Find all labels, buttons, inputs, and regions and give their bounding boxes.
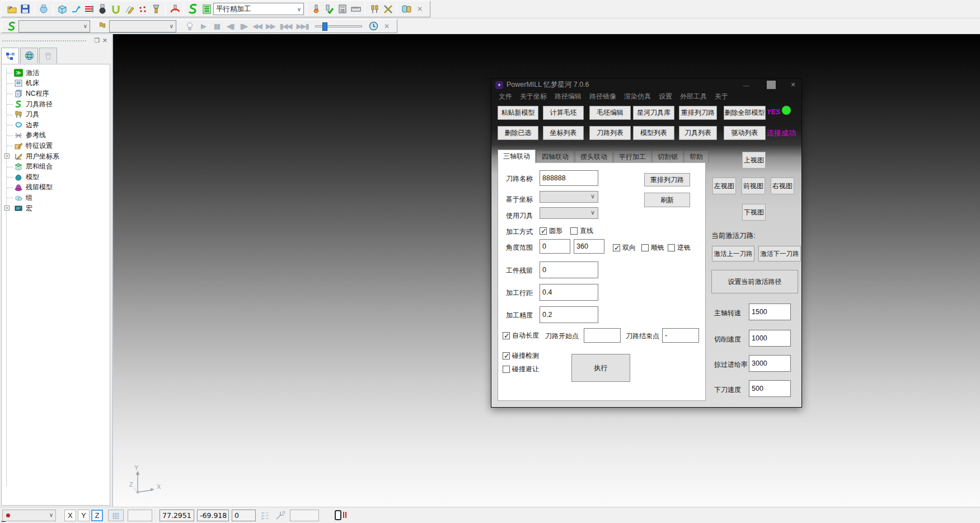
view-left-button[interactable]: 左视图 <box>712 178 736 194</box>
tree-item-models[interactable]: 模型 <box>3 172 110 183</box>
stock-models-icon[interactable] <box>400 2 413 16</box>
rearrange-toolpath-button[interactable]: 重排列刀路 <box>679 106 717 120</box>
measure-icon[interactable] <box>349 2 363 16</box>
tab-model-tree[interactable] <box>1 48 19 64</box>
start-point-input[interactable] <box>584 328 621 343</box>
sim-toolpath-combo[interactable]: ∨ <box>18 20 90 32</box>
tree-item-feature-sets[interactable]: 特征设置 <box>3 141 110 151</box>
model-list-button[interactable]: 模型列表 <box>633 126 674 140</box>
tree-item-stock-models[interactable]: 残留模型 <box>3 183 110 193</box>
sim-close-icon[interactable]: ✕ <box>380 20 393 33</box>
menu-render-sim[interactable]: 渲染仿真 <box>620 92 655 101</box>
tree-item-workplanes[interactable]: + 用户坐标系 <box>3 151 110 162</box>
calc-stock-button[interactable]: 计算毛坯 <box>543 106 584 120</box>
coord-y-field[interactable]: -69.918 <box>197 510 229 521</box>
step-back-icon[interactable]: ◀▮ <box>223 20 237 33</box>
menu-external-tools[interactable]: 外部工具 <box>676 92 711 101</box>
strategy-combo[interactable]: 平行精加工 ∨ <box>213 3 304 15</box>
sim-tool-combo[interactable]: ∨ <box>109 20 176 32</box>
menu-about-coords[interactable]: 关于坐标 <box>516 92 551 101</box>
toolpath-connections-icon[interactable] <box>69 2 82 16</box>
collision-avoid-checkbox[interactable]: 碰撞避让 <box>503 365 539 374</box>
go-start-icon[interactable]: ▮◀◀ <box>277 20 294 33</box>
tab-swivel-head[interactable]: 摆头联动 <box>575 151 613 163</box>
expand-icon[interactable]: + <box>4 153 10 158</box>
workplane-combo[interactable]: ∨ <box>2 510 56 521</box>
panel-float-icon[interactable]: ❐ <box>94 37 100 44</box>
menu-settings[interactable]: 设置 <box>655 92 676 101</box>
create-block-icon[interactable] <box>55 2 69 16</box>
climb-mill-checkbox[interactable]: 顺铣 <box>641 243 664 253</box>
plot-blob-icon[interactable] <box>37 2 50 16</box>
stock-remain-input[interactable] <box>540 262 598 278</box>
sim-speed-slider[interactable] <box>315 25 362 27</box>
maximize-icon[interactable] <box>767 81 776 89</box>
pattern-lines-icon[interactable] <box>82 2 96 16</box>
tool-library-button[interactable]: 星河刀具库 <box>633 106 674 120</box>
panel-grip[interactable] <box>2 40 86 41</box>
curve-pencil-icon[interactable] <box>123 2 136 16</box>
paste-model-button[interactable]: 粘贴新模型 <box>498 106 538 120</box>
axis-x-button[interactable]: X <box>64 510 76 521</box>
activate-next-button[interactable]: 激活下一刀路 <box>758 246 801 262</box>
toolpath-name-input[interactable] <box>540 170 598 186</box>
dialog-titlebar[interactable]: ✦ PowerMILL 忆梦星河 7.0.6 — ✕ <box>491 79 801 91</box>
tool-list-button[interactable]: 刀具列表 <box>679 126 717 140</box>
tool-holder-icon[interactable] <box>149 2 163 16</box>
toolpath-list-button[interactable]: 刀路列表 <box>589 126 631 140</box>
plunge-speed-input[interactable] <box>749 380 791 397</box>
pause-icon[interactable]: ▮▮ <box>210 20 223 33</box>
measure-field[interactable] <box>290 510 319 521</box>
stepover-input[interactable] <box>540 284 598 301</box>
close-icon[interactable]: ✕ <box>789 81 798 89</box>
axis-z-button[interactable]: Z <box>91 510 103 521</box>
cutting-speed-input[interactable] <box>749 330 791 347</box>
ball-tool-icon[interactable] <box>96 2 109 16</box>
slider-handle[interactable] <box>322 22 327 31</box>
view-right-button[interactable]: 右视图 <box>771 178 794 194</box>
coord-list-button[interactable]: 坐标列表 <box>543 126 584 140</box>
drive-list-button[interactable]: 驱动列表 <box>724 126 766 140</box>
tree-item-groups[interactable]: 组 <box>3 193 110 203</box>
based-coord-dropdown[interactable] <box>540 191 598 203</box>
spindle-speed-input[interactable] <box>749 303 791 320</box>
tab-3axis[interactable]: 三轴联动 <box>498 150 536 163</box>
line-checkbox[interactable]: 直线 <box>570 226 593 236</box>
tool-cross-icon[interactable] <box>381 2 395 16</box>
auto-length-checkbox[interactable]: 自动长度 <box>503 331 539 340</box>
delete-selected-button[interactable]: 删除已选 <box>498 126 538 140</box>
activate-prev-button[interactable]: 激活上一刀路 <box>712 246 754 262</box>
use-tool-dropdown[interactable] <box>540 207 598 219</box>
clock-icon[interactable] <box>367 20 380 33</box>
powermill-logo-icon[interactable] <box>186 2 200 16</box>
lightbulb-icon[interactable] <box>183 20 196 33</box>
refresh-button[interactable]: 刷新 <box>644 193 690 207</box>
tab-4axis[interactable]: 四轴联动 <box>536 151 574 163</box>
stock-edit-button[interactable]: 毛坯编辑 <box>589 106 631 120</box>
strategy-list-icon[interactable] <box>200 2 213 16</box>
boundary-icon[interactable] <box>109 2 123 16</box>
skim-feed-input[interactable] <box>749 355 791 372</box>
expand-icon[interactable]: + <box>4 206 10 211</box>
bidirectional-checkbox[interactable]: 双向 <box>613 243 636 253</box>
view-bottom-button[interactable]: 下视图 <box>742 204 766 221</box>
rearrange-button[interactable]: 重排列刀路 <box>644 173 690 186</box>
tree-item-levels-sets[interactable]: 层和组合 <box>3 161 110 172</box>
explorer-header[interactable]: ❐ ✕ <box>0 35 112 48</box>
workplane-points-icon[interactable] <box>136 2 149 16</box>
menu-path-mirror[interactable]: 路径镜像 <box>585 92 620 101</box>
tree-item-macros[interactable]: + 宏 <box>3 203 110 214</box>
tool-star-icon[interactable] <box>309 2 322 16</box>
tab-help[interactable]: 帮助 <box>684 151 709 163</box>
axis-y-button[interactable]: Y <box>78 510 90 521</box>
toolbar-close-icon[interactable]: ✕ <box>413 2 426 16</box>
rewind-icon[interactable]: ◀◀ <box>250 20 264 33</box>
delete-all-models-button[interactable]: 删除全部模型 <box>724 106 766 120</box>
tool-pair-icon[interactable] <box>368 2 381 16</box>
tab-parallel[interactable]: 平行加工 <box>613 151 651 163</box>
go-end-icon[interactable]: ▶▶▮ <box>294 20 311 33</box>
tree-item-patterns[interactable]: 参考线 <box>3 130 110 141</box>
tree-item-machine[interactable]: 机床 <box>3 78 110 89</box>
collision-check-checkbox[interactable]: 碰撞检测 <box>503 351 539 361</box>
panel-close-icon[interactable]: ✕ <box>102 37 107 44</box>
